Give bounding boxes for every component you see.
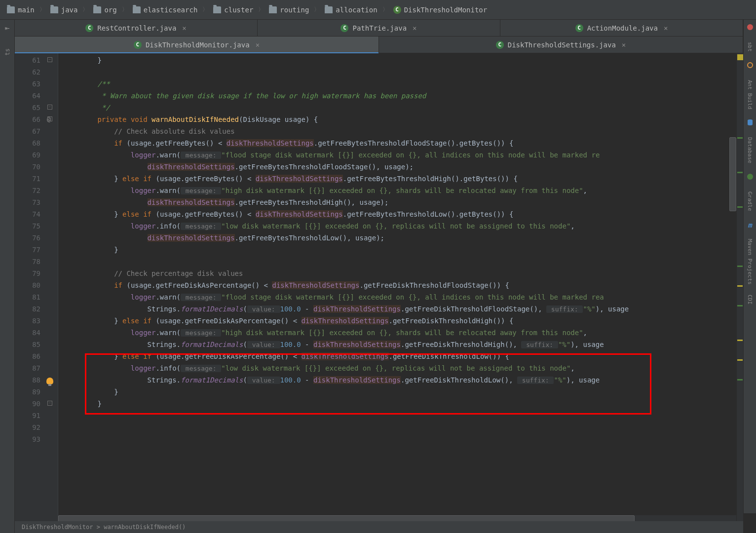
class-icon: C	[134, 41, 142, 49]
tool-ant[interactable]: Ant Build	[747, 80, 753, 110]
breadcrumb-item[interactable]: org	[90, 5, 119, 15]
folder-icon	[7, 6, 15, 13]
breadcrumb-bar: main〉 java〉 org〉 elasticsearch〉 cluster〉…	[0, 0, 756, 20]
svg-point-4	[748, 123, 753, 125]
tool-ant-icon[interactable]	[747, 62, 754, 70]
folder-icon	[269, 6, 277, 13]
breadcrumb-item[interactable]: cluster	[210, 5, 256, 15]
folder-icon	[93, 6, 101, 13]
minimap[interactable]	[736, 53, 743, 522]
close-icon[interactable]: ×	[664, 24, 668, 32]
svg-point-0	[747, 24, 753, 30]
left-tool-gutter: ⇤ ts	[0, 20, 15, 533]
class-icon: C	[393, 6, 401, 14]
tool-cdi[interactable]: CDI	[747, 295, 753, 305]
line-numbers: 6162636465666768697071727374757677787980…	[15, 53, 44, 522]
fold-marker[interactable]: −	[47, 57, 52, 62]
svg-point-5	[747, 174, 753, 180]
close-icon[interactable]: ×	[256, 41, 260, 49]
tab-restcontroller[interactable]: CRestController.java×	[15, 20, 258, 36]
tool-sbt-icon[interactable]	[747, 24, 754, 32]
editor-main: CRestController.java× CPathTrie.java× CA…	[15, 20, 743, 522]
left-side-label[interactable]: ts	[4, 48, 11, 55]
status-breadcrumb[interactable]: DiskThresholdMonitor > warnAboutDiskIfNe…	[22, 524, 186, 531]
breadcrumb-item[interactable]: elasticsearch	[130, 5, 201, 15]
folder-icon	[133, 6, 141, 13]
fold-marker[interactable]: −	[47, 401, 52, 406]
code-content[interactable]: } /** * Warn about the given disk usage …	[58, 53, 736, 522]
fold-marker[interactable]: −	[47, 105, 52, 110]
tool-maven[interactable]: Maven Projects	[747, 239, 753, 285]
status-bar: DiskThresholdMonitor > warnAboutDiskIfNe…	[15, 521, 743, 533]
breadcrumb-item[interactable]: main	[4, 5, 38, 15]
folder-icon	[50, 6, 58, 13]
fold-marker[interactable]: −	[47, 116, 52, 121]
svg-point-1	[748, 63, 753, 68]
fold-gutter: − − @ − −	[44, 53, 58, 522]
tool-gradle-icon[interactable]	[747, 173, 754, 182]
tab-pathtrie[interactable]: CPathTrie.java×	[258, 20, 500, 36]
class-icon: C	[575, 24, 583, 32]
hide-tool-window-button[interactable]: ⇤	[1, 22, 13, 34]
tab-actionmodule[interactable]: CActionModule.java×	[500, 20, 743, 36]
close-icon[interactable]: ×	[622, 41, 626, 49]
tab-diskthresholdmonitor[interactable]: CDiskThresholdMonitor.java×	[15, 37, 379, 53]
folder-icon	[325, 6, 333, 13]
breadcrumb-item[interactable]: java	[47, 5, 81, 15]
intention-bulb-icon[interactable]	[46, 378, 53, 384]
folder-icon	[213, 6, 221, 13]
breadcrumb-item[interactable]: routing	[266, 5, 312, 15]
tool-database-icon[interactable]	[747, 119, 754, 127]
class-icon: C	[340, 24, 348, 32]
tool-gradle[interactable]: Gradle	[747, 191, 753, 211]
right-tool-gutter: sbt Ant Build Database Gradle m Maven Pr…	[743, 20, 756, 513]
breadcrumb-class[interactable]: CDiskThresholdMonitor	[390, 5, 491, 15]
close-icon[interactable]: ×	[182, 24, 186, 32]
editor-area[interactable]: 6162636465666768697071727374757677787980…	[15, 53, 743, 522]
class-icon: C	[496, 41, 504, 49]
tool-maven-icon[interactable]: m	[748, 221, 752, 229]
tool-database[interactable]: Database	[747, 137, 753, 163]
tool-sbt[interactable]: sbt	[747, 42, 753, 52]
vertical-scrollbar[interactable]	[729, 53, 736, 522]
tab-diskthresholdsettings[interactable]: CDiskThresholdSettings.java×	[379, 37, 743, 53]
breadcrumb-item[interactable]: allocation	[322, 5, 380, 15]
tab-row-1: CRestController.java× CPathTrie.java× CA…	[15, 20, 743, 37]
warning-indicator-icon[interactable]	[737, 54, 743, 60]
class-icon: C	[85, 24, 93, 32]
close-icon[interactable]: ×	[413, 24, 416, 32]
tab-row-2: CDiskThresholdMonitor.java× CDiskThresho…	[15, 37, 743, 53]
